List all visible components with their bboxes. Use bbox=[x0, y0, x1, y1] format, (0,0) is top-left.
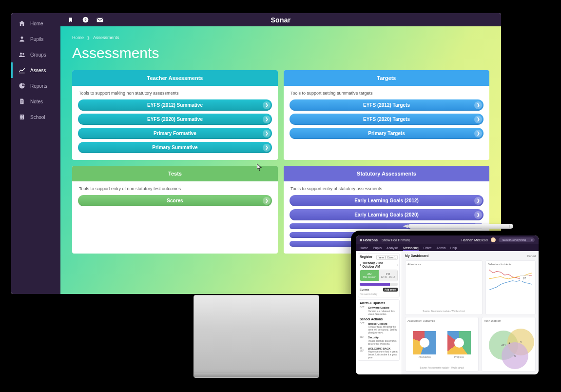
sidebar-item-assess[interactable]: Assess bbox=[11, 62, 60, 78]
pill-primary-targets[interactable]: Primary Targets❯ bbox=[290, 128, 484, 139]
pm-sub: 12:45 - 15:15 bbox=[379, 275, 397, 278]
date-text: Tuesday 22nd October AM bbox=[362, 261, 395, 268]
sidebar-item-label: Notes bbox=[30, 99, 43, 104]
chevron-left-icon[interactable]: ‹ bbox=[360, 263, 361, 267]
alert-item[interactable]: OCT Software UpdateVersion x.x released … bbox=[360, 306, 398, 315]
alert-item[interactable]: SEP SecurityPlease change passwords befo… bbox=[360, 336, 398, 345]
mail-icon[interactable] bbox=[97, 17, 103, 23]
chevron-right-icon[interactable]: › bbox=[397, 263, 398, 267]
donut-row: AttendanceProgress bbox=[407, 323, 476, 366]
horizons-tabs: Home Pupils Analysis Messaging Office Ad… bbox=[356, 244, 539, 251]
pill-list: EYFS (2012) Summative❯ EYFS (2020) Summa… bbox=[72, 99, 278, 160]
page-title: Assessments bbox=[72, 45, 489, 61]
avatar[interactable] bbox=[491, 237, 496, 242]
pill-elg-2020[interactable]: Early Learning Goals (2020)❯ bbox=[290, 209, 484, 220]
tab-help[interactable]: Help bbox=[450, 246, 457, 250]
horizons-logo[interactable]: Horizons bbox=[360, 238, 378, 242]
chart-title: Behaviour Incidents bbox=[488, 263, 533, 266]
sidebar-item-home[interactable]: Home bbox=[11, 16, 60, 31]
alert-date: 17 SEP bbox=[360, 347, 364, 359]
pill-eyfs-2020-summative[interactable]: EYFS (2020) Summative❯ bbox=[78, 114, 272, 125]
chart-icon bbox=[19, 67, 25, 74]
pill-label: Primary Summative bbox=[152, 145, 197, 150]
pill-scores[interactable]: Scores❯ bbox=[78, 195, 272, 206]
pill-label: Primary Targets bbox=[368, 131, 405, 136]
register-title: Register bbox=[360, 255, 372, 258]
chevron-right-icon: ❯ bbox=[263, 116, 271, 123]
sidebar-item-label: Home bbox=[30, 21, 43, 26]
search-input[interactable]: Search everything bbox=[499, 237, 535, 242]
sidebar-item-notes[interactable]: Notes bbox=[11, 94, 60, 109]
chevron-right-icon: ❯ bbox=[474, 197, 482, 205]
alert-date: OCT bbox=[360, 306, 365, 315]
card-header: Statutory Assessments bbox=[284, 166, 489, 181]
pill-eyfs-2012-targets[interactable]: EYFS (2012) Targets❯ bbox=[290, 99, 484, 111]
horizons-topbar: Horizons Snow Pea Primary Hannah McCleod… bbox=[356, 235, 539, 244]
am-sub: This session bbox=[360, 275, 379, 278]
chevron-right-icon: ❯ bbox=[87, 36, 90, 40]
stylus-pencil bbox=[408, 224, 513, 229]
pill-label: EYFS (2020) Targets bbox=[363, 117, 410, 122]
pm-option[interactable]: PM 12:45 - 15:15 bbox=[379, 270, 397, 281]
app-title: Sonar bbox=[271, 16, 290, 24]
sidebar-item-pupils[interactable]: Pupils bbox=[11, 31, 60, 47]
chevron-right-icon: ❯ bbox=[263, 101, 271, 109]
tab-home[interactable]: Home bbox=[360, 246, 368, 250]
breadcrumb-item[interactable]: Home bbox=[72, 35, 84, 40]
am-option[interactable]: AM This session bbox=[360, 270, 379, 281]
venn-set-c: 5 bbox=[502, 342, 528, 369]
dashboard-header: My Dashboard Period bbox=[405, 253, 536, 258]
chart-row-top: Attendance Source: Attendance module - W… bbox=[405, 260, 536, 315]
card-desc: Tools to support making non statutory as… bbox=[72, 86, 278, 99]
chevron-right-icon: ❯ bbox=[263, 130, 271, 137]
home-icon bbox=[19, 20, 25, 27]
tab-analysis[interactable]: Analysis bbox=[387, 246, 398, 250]
alert-text: WELCOME BACKHope everyone had a great br… bbox=[368, 347, 398, 359]
pill-list: Scores❯ bbox=[72, 195, 278, 213]
chart-title: Attendance bbox=[407, 263, 480, 266]
topbar: ? Sonar bbox=[60, 13, 501, 26]
tab-office[interactable]: Office bbox=[424, 246, 432, 250]
pill-eyfs-2012-summative[interactable]: EYFS (2012) Summative❯ bbox=[78, 99, 272, 111]
monitor-stand bbox=[193, 295, 319, 378]
tab-messaging[interactable]: Messaging bbox=[403, 246, 418, 250]
sidebar-item-groups[interactable]: Groups bbox=[11, 47, 60, 62]
help-icon[interactable]: ? bbox=[82, 17, 89, 23]
class-select[interactable]: Year 1 Class 1 bbox=[376, 255, 398, 260]
period-select[interactable]: Period bbox=[527, 255, 536, 257]
horizons-body: Register Year 1 Class 1 ‹ Tuesday 22nd O… bbox=[356, 251, 539, 374]
chart-title: Assessment Outcomes bbox=[407, 319, 476, 322]
alert-text: Software UpdateVersion x.x released this… bbox=[368, 306, 398, 315]
tab-admin[interactable]: Admin bbox=[437, 246, 445, 250]
alert-item[interactable]: OCT Bridge ClosureA major road affecting… bbox=[360, 322, 398, 334]
svg-point-0 bbox=[21, 37, 23, 39]
pill-label: Primary Formative bbox=[154, 131, 196, 136]
alert-item[interactable]: 17 SEP WELCOME BACKHope everyone had a g… bbox=[360, 347, 398, 359]
doc-icon bbox=[19, 98, 25, 105]
pill-primary-formative[interactable]: Primary Formative❯ bbox=[78, 128, 272, 139]
actions-list: OCT Bridge ClosureA major road affecting… bbox=[360, 322, 398, 359]
pill-primary-summative[interactable]: Primary Summative❯ bbox=[78, 142, 272, 153]
line-chart: 97 bbox=[488, 267, 533, 313]
sidebar-item-reports[interactable]: Reports bbox=[11, 78, 60, 94]
pill-elg-2012[interactable]: Early Learning Goals (2012)❯ bbox=[290, 195, 484, 206]
sidebar-item-school[interactable]: School bbox=[11, 109, 60, 125]
ampm-toggle[interactable]: AM This session PM 12:45 - 15:15 bbox=[360, 270, 398, 281]
tab-pupils[interactable]: Pupils bbox=[373, 246, 382, 250]
alerts-panel: Alerts & Updates OCT Software UpdateVers… bbox=[358, 299, 400, 361]
line-chart-card: Behaviour Incidents 97 bbox=[485, 260, 536, 315]
events-title: Events bbox=[360, 288, 369, 291]
horizons-app-name: Horizons bbox=[363, 238, 378, 242]
card-targets: Targets Tools to support setting summati… bbox=[284, 70, 489, 160]
chevron-right-icon: ❯ bbox=[474, 211, 482, 219]
sidebar-item-label: Groups bbox=[30, 52, 46, 58]
register-panel: Register Year 1 Class 1 ‹ Tuesday 22nd O… bbox=[358, 253, 400, 297]
user-name: Hannah McCleod bbox=[462, 238, 488, 242]
bookmark-icon[interactable] bbox=[67, 17, 74, 23]
school-icon bbox=[19, 114, 25, 120]
breadcrumb-item: Assessments bbox=[93, 35, 119, 40]
chevron-right-icon: ❯ bbox=[263, 197, 271, 205]
card-teacher-assessments: Teacher Assessments Tools to support mak… bbox=[72, 70, 278, 160]
add-event-button[interactable]: Add event bbox=[383, 288, 398, 292]
pill-eyfs-2020-targets[interactable]: EYFS (2020) Targets❯ bbox=[290, 114, 484, 125]
